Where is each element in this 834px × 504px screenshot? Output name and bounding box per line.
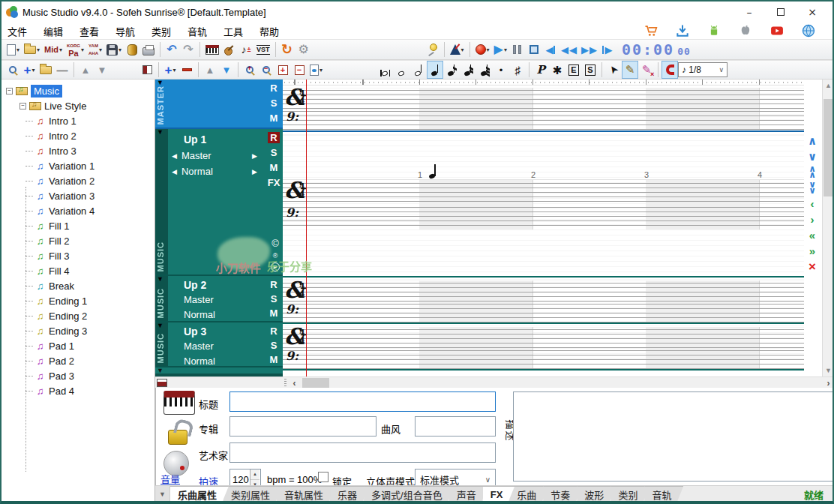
note-breve-button[interactable] (377, 61, 394, 79)
track-mode[interactable]: Normal (184, 356, 215, 367)
track-mute-button[interactable]: M (268, 354, 280, 365)
tree-item[interactable]: ♫ Fill 2 (2, 233, 154, 248)
tree-item[interactable]: ♫ Pad 3 (2, 368, 154, 383)
sharp-button[interactable]: ♯ (509, 61, 526, 79)
fast-forward-button[interactable]: ▶▶ (579, 40, 599, 58)
close-button[interactable]: × (796, 3, 828, 21)
track-record-button[interactable]: R (268, 326, 280, 337)
guitar-button[interactable] (221, 40, 238, 58)
print-button[interactable] (140, 40, 157, 58)
bottom-tab[interactable]: 乐曲 (509, 486, 548, 502)
score-area[interactable]: & 44 9: 1 2 3 4 & 44 9: (283, 80, 804, 376)
minimize-button[interactable]: – (734, 3, 765, 21)
search-button[interactable] (4, 61, 21, 79)
scrollbar-thumb[interactable] (302, 378, 329, 388)
scrollbar-thumb[interactable] (824, 99, 834, 196)
note-eighth-button[interactable] (443, 61, 460, 79)
dropdown-arrow-icon[interactable]: ▾ (487, 46, 490, 53)
new-file-button[interactable]: ▾ (4, 40, 22, 58)
note-thirtysecond-button[interactable] (476, 61, 493, 79)
dropdown-arrow-icon[interactable]: ▾ (320, 67, 322, 74)
nav-up-button[interactable]: ∧ (805, 134, 820, 147)
tree-item[interactable]: ♫ Pad 4 (2, 383, 154, 398)
track-source[interactable]: Master (184, 294, 214, 305)
master-score-region[interactable]: & 44 9: (283, 86, 804, 132)
nav-left-button[interactable]: ‹ (805, 196, 820, 210)
track-source[interactable]: Master (184, 340, 214, 352)
globe-icon[interactable] (801, 23, 816, 38)
tree-root-row[interactable]: − ♫ Music (2, 83, 154, 98)
nav-start-button[interactable]: « (805, 228, 820, 242)
track-fx-button[interactable]: FX (268, 177, 280, 188)
dropdown-arrow-icon[interactable]: ▾ (59, 46, 62, 53)
track-color-button[interactable] (139, 61, 155, 79)
vertical-scrollbar[interactable]: ▲ ▼ (822, 80, 834, 376)
tree-item[interactable]: ♫ Variation 4 (2, 203, 154, 218)
tree-item[interactable]: ♫ Fill 1 (2, 218, 154, 233)
delete-button[interactable]: × (805, 260, 820, 273)
track-solo-button[interactable]: S (268, 147, 280, 158)
track-down-button[interactable]: ▼ (218, 61, 235, 79)
timeline-ruler[interactable] (283, 80, 804, 86)
dot-button[interactable]: • (493, 61, 509, 79)
tab-list-dropdown[interactable]: ▼ (155, 486, 170, 502)
master-record-button[interactable]: R (268, 82, 280, 94)
track-mode[interactable]: Normal (182, 166, 248, 177)
arpeggio-button[interactable]: ✱ (549, 61, 566, 79)
add-track-button[interactable]: +▾ (162, 61, 178, 79)
dropdown-arrow-icon[interactable]: ▾ (16, 46, 20, 53)
prev-arrow-icon[interactable]: ◀ (172, 152, 177, 160)
snap-value-select[interactable]: ♪ 1/8 ∨ (678, 62, 728, 77)
splitter-handle[interactable] (283, 378, 287, 388)
open-file-button[interactable]: ▾ (22, 40, 42, 58)
nav-right-button[interactable]: › (805, 212, 820, 226)
scroll-left-arrow[interactable]: ‹ (289, 377, 300, 388)
sustain-button[interactable]: S (582, 61, 598, 79)
tree-item[interactable]: ♫ Intro 2 (2, 128, 154, 143)
tree-group-label[interactable]: Live Style (44, 100, 86, 112)
track-header-up2[interactable]: ▼ MUSIC Up 2 Master Normal R S M (155, 276, 283, 322)
tempo-lock-checkbox[interactable] (318, 472, 328, 482)
tree-item[interactable]: ♫ Variation 1 (2, 158, 154, 173)
track-header-up1[interactable]: ▼ MUSIC Up 1 ◀ Master ▶ ◀ Normal ▶ R S M… (155, 129, 283, 276)
tree-item[interactable]: ♫ Ending 1 (2, 293, 154, 308)
quarter-note[interactable] (429, 164, 438, 178)
tree-item[interactable]: ♫ Ending 3 (2, 323, 154, 338)
dropdown-arrow-icon[interactable]: ▾ (99, 46, 102, 53)
tree-item[interactable]: ♫ Ending 2 (2, 308, 154, 323)
album-input[interactable] (230, 416, 376, 436)
download-icon[interactable] (675, 23, 690, 38)
collapse-box-icon[interactable]: − (6, 88, 13, 94)
track-solo-button[interactable]: S (268, 293, 280, 304)
tree-item[interactable]: ♫ Fill 3 (2, 248, 154, 263)
spin-up-button[interactable]: ▲ (250, 470, 260, 480)
track-record-button[interactable]: R (268, 279, 280, 290)
dropdown-arrow-icon[interactable]: ▾ (504, 46, 507, 53)
music-strip[interactable]: ▼ MUSIC (155, 276, 168, 321)
menu-item[interactable]: 帮助 (260, 24, 279, 38)
undo-button[interactable]: ↶ (164, 40, 180, 58)
bottom-tab[interactable]: 音轨 (644, 486, 683, 502)
master-mute-button[interactable]: M (268, 112, 280, 124)
settings-button[interactable]: ⚙ (296, 40, 312, 58)
collapse-triangle-icon[interactable]: ▼ (157, 129, 164, 136)
bottom-tab[interactable]: 多调式/组合音色 (364, 486, 454, 502)
step-forward-button[interactable]: ▶ (599, 40, 616, 58)
description-box[interactable]: ∧ ∨ (513, 392, 834, 482)
zoom-out-button[interactable]: − (258, 61, 274, 79)
bottom-tab[interactable]: 音轨属性 (277, 486, 335, 502)
track-mute-button[interactable]: M (268, 162, 280, 173)
note-sixteenth-button[interactable] (460, 61, 476, 79)
volume-link[interactable]: 音量 (160, 472, 180, 486)
title-input[interactable] (230, 392, 496, 412)
vst-button[interactable]: VST (254, 40, 272, 58)
select-tool-button[interactable]: ➤ (605, 61, 622, 79)
unlock-icon[interactable] (168, 430, 188, 445)
korg-import-button[interactable]: KORGPa▾ (64, 40, 86, 58)
menu-item[interactable]: 编辑 (44, 24, 63, 38)
pedal-button[interactable]: P (532, 61, 549, 79)
dropdown-arrow-icon[interactable]: ▾ (461, 46, 464, 53)
record-button[interactable]: ▾ (473, 40, 492, 58)
collapse-triangle-icon[interactable]: ▼ (157, 368, 164, 374)
cart-icon[interactable] (644, 23, 658, 38)
